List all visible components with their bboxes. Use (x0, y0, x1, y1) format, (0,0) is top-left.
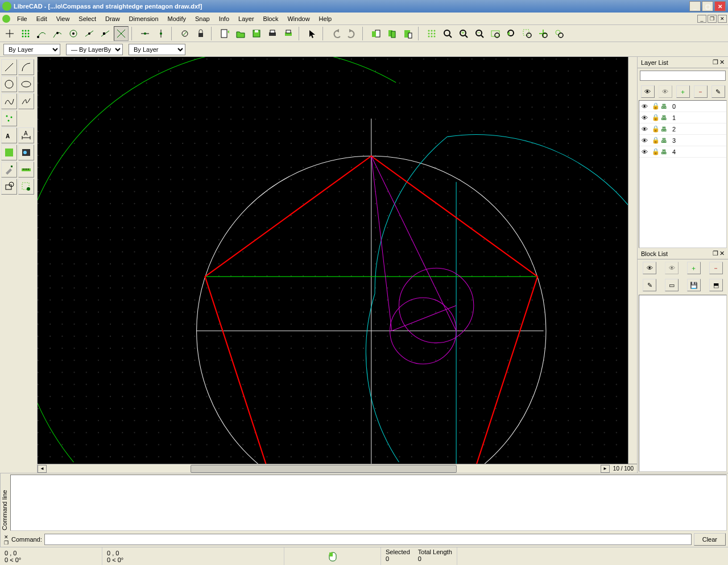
mdi-minimize[interactable]: _ (697, 15, 706, 23)
block-add-icon[interactable]: ＋ (687, 262, 701, 274)
menu-info[interactable]: Info (214, 14, 234, 24)
restrict-horiz-icon[interactable] (138, 26, 152, 41)
block-hideall-icon[interactable]: 👁 (665, 262, 679, 274)
print-icon[interactable]: 🖶 (661, 103, 670, 110)
zoom-select-icon[interactable] (552, 26, 566, 41)
vertical-scrollbar[interactable] (628, 57, 637, 464)
menu-draw[interactable]: Draw (101, 14, 125, 24)
image-tool-icon[interactable] (18, 145, 34, 160)
scroll-left-arrow[interactable]: ◄ (38, 465, 47, 473)
spline-tool-icon[interactable] (1, 93, 17, 109)
zoom-pan-icon[interactable] (536, 26, 551, 41)
layer-close-icon[interactable]: ✕ (719, 59, 725, 66)
snap-endpoint-icon[interactable] (34, 26, 49, 41)
print-icon[interactable] (265, 26, 280, 41)
undo-icon[interactable] (329, 26, 344, 41)
horizontal-scrollbar[interactable]: ◄ ► 10 / 100 (38, 464, 637, 473)
mdi-restore[interactable]: ❐ (708, 15, 717, 23)
layer-add-icon[interactable]: ＋ (676, 85, 690, 98)
canvas-svg[interactable] (38, 57, 628, 464)
layer-name[interactable]: 4 (672, 149, 676, 155)
grid-toggle-icon[interactable] (424, 26, 439, 41)
minimize-button[interactable]: _ (689, 1, 701, 11)
menu-select[interactable]: Select (74, 14, 101, 24)
layer-name[interactable]: 2 (672, 126, 676, 133)
cut-icon[interactable] (369, 26, 383, 41)
lock-icon[interactable]: 🔒 (652, 148, 659, 155)
menu-modify[interactable]: Modify (163, 14, 191, 24)
dimension-tool-icon[interactable]: A (18, 127, 34, 143)
lock-icon[interactable]: 🔒 (652, 125, 659, 133)
menu-window[interactable]: Window (283, 14, 314, 24)
menu-edit[interactable]: Edit (32, 14, 52, 24)
command-input[interactable] (44, 534, 692, 545)
circle-tool-icon[interactable] (1, 76, 17, 92)
save-icon[interactable] (249, 26, 264, 41)
block-undock-icon[interactable]: ❐ (713, 250, 718, 257)
point-tool-icon[interactable] (1, 110, 17, 126)
open-icon[interactable] (233, 26, 248, 41)
layer-filter-input[interactable] (640, 71, 726, 81)
polyline-tool-icon[interactable] (18, 93, 34, 109)
snap-entity-icon[interactable] (50, 26, 65, 41)
lineweight-select[interactable]: By Layer (129, 44, 185, 55)
zoom-window-icon[interactable] (520, 26, 535, 41)
eye-icon[interactable]: 👁 (642, 149, 650, 155)
snap-middle-icon[interactable] (82, 26, 97, 41)
color-select[interactable]: By Layer (3, 44, 60, 55)
linetype-select[interactable]: — By LayerBy Layer (66, 44, 123, 55)
drawing-canvas[interactable]: ◄ ► 10 / 100 (38, 57, 637, 473)
menu-view[interactable]: View (52, 14, 75, 24)
paste-icon[interactable] (400, 26, 415, 41)
layer-edit-icon[interactable]: ✎ (712, 85, 725, 98)
clear-button[interactable]: Clear (694, 533, 726, 546)
block-attr-icon[interactable]: ✎ (643, 279, 656, 291)
snap-distance-icon[interactable] (98, 26, 113, 41)
zoom-auto-icon[interactable] (488, 26, 503, 41)
menu-snap[interactable]: Snap (191, 14, 214, 24)
text-tool-icon[interactable]: A (1, 127, 17, 143)
block-edit-icon[interactable]: ▭ (665, 279, 679, 291)
select-tool-icon[interactable] (18, 179, 34, 195)
snap-free-icon[interactable] (2, 26, 17, 41)
eye-icon[interactable]: 👁 (642, 103, 650, 110)
snap-grid-icon[interactable] (18, 26, 33, 41)
block-showall-icon[interactable]: 👁 (643, 262, 656, 274)
block-save-icon[interactable]: 💾 (687, 279, 701, 291)
layer-name[interactable]: 0 (672, 103, 676, 110)
zoom-redraw-icon[interactable] (440, 26, 455, 41)
command-output[interactable] (10, 475, 727, 531)
copy-icon[interactable] (384, 26, 399, 41)
new-icon[interactable] (217, 26, 232, 41)
block-list[interactable] (639, 295, 727, 472)
print-icon[interactable]: 🖶 (661, 126, 670, 133)
layer-showall-icon[interactable]: 👁 (641, 85, 655, 98)
print-icon[interactable]: 🖶 (661, 114, 670, 121)
snap-intersection-icon[interactable] (114, 26, 129, 41)
print-preview-icon[interactable] (281, 26, 296, 41)
block-remove-icon[interactable]: － (709, 262, 723, 274)
close-button[interactable]: ✕ (714, 1, 726, 11)
ellipse-tool-icon[interactable] (18, 76, 34, 92)
layer-remove-icon[interactable]: － (694, 85, 708, 98)
zoom-out-icon[interactable]: − (472, 26, 487, 41)
pointer-icon[interactable] (305, 26, 320, 41)
scroll-thumb[interactable] (191, 465, 456, 473)
command-close-icon[interactable]: ✕❐ (4, 534, 9, 546)
menu-file[interactable]: File (13, 14, 32, 24)
maximize-button[interactable]: ▢ (702, 1, 713, 11)
scroll-right-arrow[interactable]: ► (601, 465, 610, 473)
restrict-vert-icon[interactable] (154, 26, 168, 41)
menu-block[interactable]: Block (259, 14, 283, 24)
measure-tool-icon[interactable] (18, 162, 34, 178)
snap-center-icon[interactable] (66, 26, 81, 41)
modify-tool-icon[interactable] (1, 162, 17, 178)
redo-icon[interactable] (345, 26, 359, 41)
block-tool-icon[interactable] (1, 179, 17, 195)
hatch-tool-icon[interactable] (1, 145, 17, 160)
menu-dimension[interactable]: Dimension (125, 14, 163, 24)
layer-name[interactable]: 3 (672, 137, 676, 144)
print-icon[interactable]: 🖶 (661, 137, 670, 144)
eye-icon[interactable]: 👁 (642, 126, 650, 133)
lock-icon[interactable]: 🔒 (652, 137, 659, 144)
